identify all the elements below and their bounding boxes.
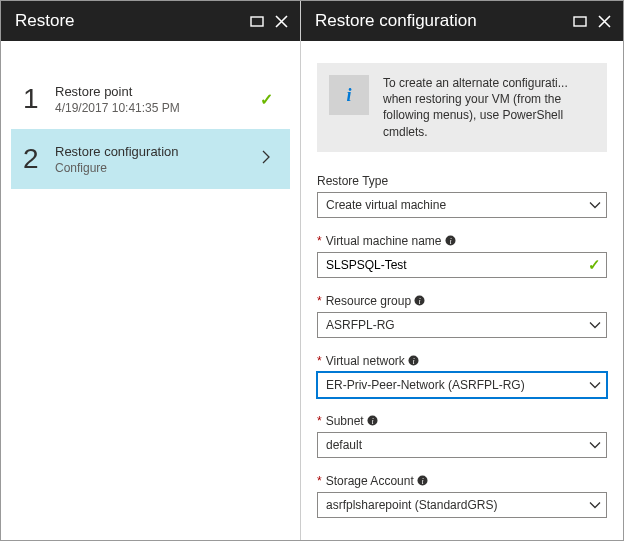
chevron-right-icon xyxy=(262,150,270,168)
field-virtual-network: * Virtual network i ER-Priv-Peer-Network… xyxy=(317,354,607,398)
checkmark-icon: ✓ xyxy=(260,90,273,109)
svg-text:i: i xyxy=(412,357,414,366)
svg-text:i: i xyxy=(418,297,420,306)
field-vm-name: * Virtual machine name i ✓ xyxy=(317,234,607,278)
restore-type-select[interactable]: Create virtual machine xyxy=(317,192,607,218)
info-hint-icon[interactable]: i xyxy=(408,355,419,366)
info-callout: i To create an alternate configurati... … xyxy=(317,63,607,152)
subnet-select[interactable]: default xyxy=(317,432,607,458)
label-storage-account: Storage Account xyxy=(326,474,414,488)
label-resource-group: Resource group xyxy=(326,294,411,308)
restore-icon[interactable] xyxy=(571,12,589,30)
restore-panel: Restore 1 Restore point 4/19/2017 10:41:… xyxy=(1,1,301,540)
info-icon: i xyxy=(329,75,369,115)
step-restore-point[interactable]: 1 Restore point 4/19/2017 10:41:35 PM ✓ xyxy=(11,69,290,129)
info-hint-icon[interactable]: i xyxy=(367,415,378,426)
storage-account-select[interactable]: asrfplsharepoint (StandardGRS) xyxy=(317,492,607,518)
required-marker: * xyxy=(317,294,322,308)
required-marker: * xyxy=(317,474,322,488)
info-hint-icon[interactable]: i xyxy=(445,235,456,246)
required-marker: * xyxy=(317,354,322,368)
close-icon[interactable] xyxy=(595,12,613,30)
field-storage-account: * Storage Account i asrfplsharepoint (St… xyxy=(317,474,607,518)
resource-group-select[interactable]: ASRFPL-RG xyxy=(317,312,607,338)
wizard-steps: 1 Restore point 4/19/2017 10:41:35 PM ✓ … xyxy=(1,41,300,189)
svg-rect-0 xyxy=(251,17,263,26)
info-text: To create an alternate configurati... wh… xyxy=(383,75,595,140)
restore-config-title: Restore configuration xyxy=(315,11,571,31)
label-restore-type: Restore Type xyxy=(317,174,388,188)
svg-text:i: i xyxy=(371,417,373,426)
required-marker: * xyxy=(317,234,322,248)
svg-text:i: i xyxy=(449,237,451,246)
field-restore-type: Restore Type Create virtual machine xyxy=(317,174,607,218)
vm-name-input[interactable] xyxy=(317,252,607,278)
close-icon[interactable] xyxy=(272,12,290,30)
restore-config-panel: Restore configuration i To create an alt… xyxy=(301,1,623,540)
label-subnet: Subnet xyxy=(326,414,364,428)
field-resource-group: * Resource group i ASRFPL-RG xyxy=(317,294,607,338)
required-marker: * xyxy=(317,414,322,428)
restore-icon[interactable] xyxy=(248,12,266,30)
label-virtual-network: Virtual network xyxy=(326,354,405,368)
virtual-network-select[interactable]: ER-Priv-Peer-Network (ASRFPL-RG) xyxy=(317,372,607,398)
restore-title: Restore xyxy=(15,11,248,31)
info-hint-icon[interactable]: i xyxy=(417,475,428,486)
restore-header: Restore xyxy=(1,1,300,41)
step-restore-configuration[interactable]: 2 Restore configuration Configure xyxy=(11,129,290,189)
svg-text:i: i xyxy=(421,477,423,486)
label-vm-name: Virtual machine name xyxy=(326,234,442,248)
restore-config-header: Restore configuration xyxy=(301,1,623,41)
info-hint-icon[interactable]: i xyxy=(414,295,425,306)
svg-rect-1 xyxy=(574,17,586,26)
field-subnet: * Subnet i default xyxy=(317,414,607,458)
